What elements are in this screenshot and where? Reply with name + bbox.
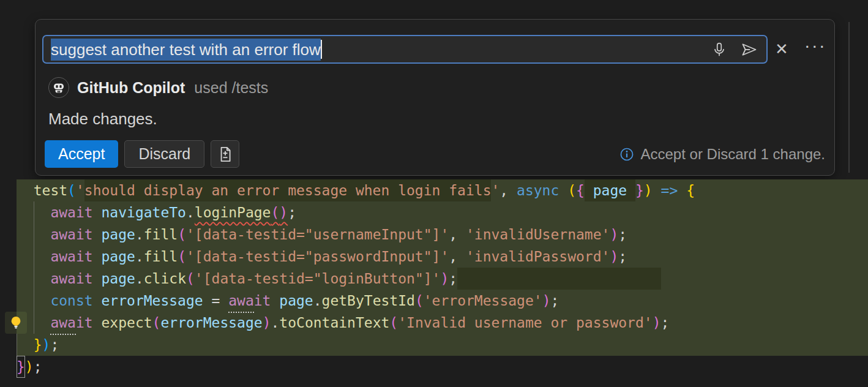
code-token: ( xyxy=(389,312,398,334)
editor-code-area[interactable]: test('should display an error message wh… xyxy=(0,179,868,378)
toggle-changes-icon[interactable] xyxy=(211,140,239,168)
code-token: ( xyxy=(567,179,576,201)
code-token: , xyxy=(499,179,517,201)
copilot-name: GitHub Copilot xyxy=(77,79,185,97)
code-token: page xyxy=(102,224,135,246)
code-token: ' xyxy=(76,179,84,201)
lightbulb-icon[interactable] xyxy=(5,312,27,334)
code-token: => xyxy=(661,179,678,201)
code-token: } xyxy=(635,179,644,201)
chat-input[interactable]: suggest another test with an error flow xyxy=(42,35,768,64)
code-token: test xyxy=(34,179,67,201)
code-token: . xyxy=(313,290,322,312)
code-token: page xyxy=(102,268,135,290)
code-token: click xyxy=(144,268,186,290)
close-icon[interactable]: ✕ xyxy=(775,41,788,57)
code-token: getByTestId xyxy=(322,290,415,312)
code-token: async xyxy=(517,179,559,201)
code-token: 'invalidPassword' xyxy=(466,246,610,268)
code-token: ) xyxy=(440,268,449,290)
info-icon xyxy=(619,147,634,162)
code-token xyxy=(93,312,102,334)
code-token: ) xyxy=(42,334,51,356)
code-token xyxy=(271,290,279,312)
code-token: '[data-testid="usernameInput"]' xyxy=(186,224,449,246)
code-token: loginPage xyxy=(195,201,271,224)
microphone-icon[interactable] xyxy=(711,42,727,58)
code-token: awa xyxy=(50,312,76,335)
indent-guide xyxy=(34,201,34,334)
code-token xyxy=(93,246,102,268)
code-token: ) xyxy=(542,290,551,312)
code-token: page xyxy=(279,290,313,312)
code-token: ; xyxy=(618,246,627,268)
code-token xyxy=(93,224,102,246)
code-token: ( xyxy=(271,201,279,224)
chat-input-value[interactable]: suggest another test with an error flow xyxy=(51,40,322,59)
code-line[interactable]: await expect(errorMessage).toContainText… xyxy=(0,312,868,334)
code-token: await xyxy=(50,224,92,246)
code-token xyxy=(93,290,102,312)
code-line[interactable]: await navigateTo.loginPage(); xyxy=(0,201,868,224)
code-line[interactable]: await page.fill('[data-testid="passwordI… xyxy=(0,246,868,268)
code-token: . xyxy=(135,268,144,290)
code-token: await xyxy=(50,246,92,268)
code-token xyxy=(93,201,102,224)
code-token xyxy=(653,179,661,201)
more-glyph: ··· xyxy=(804,42,826,56)
code-token xyxy=(457,268,660,290)
code-token: ; xyxy=(661,312,670,334)
code-token: , xyxy=(449,246,466,268)
code-token: should display an error message when log… xyxy=(84,179,492,201)
code-token: ( xyxy=(186,268,195,290)
code-token: ; xyxy=(618,224,627,246)
code-token: ( xyxy=(67,179,76,201)
code-line[interactable]: test('should display an error message wh… xyxy=(0,179,868,201)
status-text: Accept or Discard 1 change. xyxy=(641,146,826,163)
editor-scrollbar[interactable] xyxy=(848,22,850,173)
copilot-avatar-icon xyxy=(48,77,69,98)
code-token: } xyxy=(34,334,42,356)
discard-button[interactable]: Discard xyxy=(124,140,204,168)
code-token xyxy=(585,179,593,201)
code-token: 'errorMessage' xyxy=(424,290,542,312)
code-token: navigateTo xyxy=(102,201,186,224)
code-token: ; xyxy=(288,201,296,224)
inline-chat-widget: suggest another test with an error flow xyxy=(35,19,835,176)
code-token: ( xyxy=(178,224,186,246)
copilot-response-header: GitHub Copilot used /tests xyxy=(48,77,268,98)
code-line[interactable]: await page.click('[data-testid="loginBut… xyxy=(0,268,868,290)
code-token: await xyxy=(50,201,92,224)
code-line[interactable]: }); xyxy=(0,334,868,356)
code-token: errorMessage xyxy=(160,312,262,334)
code-token: ; xyxy=(551,290,559,312)
code-line[interactable]: await page.fill('[data-testid="usernameI… xyxy=(0,224,868,246)
code-token: ) xyxy=(644,179,653,201)
accept-button[interactable]: Accept xyxy=(45,140,118,168)
code-token: ' xyxy=(491,179,499,201)
code-token: . xyxy=(135,246,144,268)
code-token: '[data-testid="loginButton"]' xyxy=(195,268,441,290)
code-line[interactable]: const errorMessage = await page.getByTes… xyxy=(0,290,868,312)
code-line[interactable]: }); xyxy=(0,356,868,378)
code-token: ( xyxy=(152,312,161,334)
code-token: it xyxy=(76,312,93,334)
code-token xyxy=(559,179,567,201)
code-token xyxy=(17,334,34,356)
code-token: { xyxy=(576,179,585,201)
code-token: } xyxy=(17,356,25,378)
send-icon[interactable] xyxy=(741,41,758,58)
more-actions-icon[interactable]: ··· xyxy=(804,42,826,56)
indent-guide xyxy=(17,334,17,356)
code-token: ( xyxy=(415,290,424,312)
code-token: '[data-testid="passwordInput"]' xyxy=(186,246,449,268)
text-cursor xyxy=(321,40,322,59)
code-token: ; xyxy=(449,268,457,290)
code-token xyxy=(627,179,635,201)
code-token: . xyxy=(135,224,144,246)
code-token: it xyxy=(254,290,271,312)
code-token: expect xyxy=(102,312,152,334)
code-token: ) xyxy=(279,201,288,224)
code-token: toContainText xyxy=(279,312,389,334)
copilot-slash-command-used: used /tests xyxy=(194,79,268,97)
